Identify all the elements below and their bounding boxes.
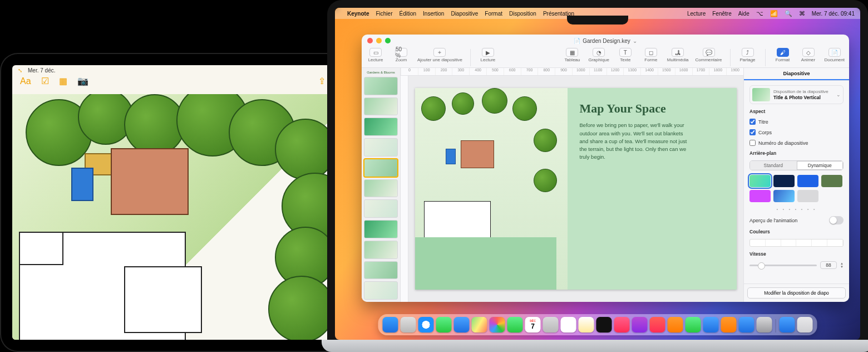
bg-swatch[interactable] [749,175,771,187]
slide-thumb[interactable] [364,118,398,136]
window-zoom-button[interactable] [385,38,391,43]
add-slide-button[interactable]: ＋Ajouter une diapositive [417,48,462,62]
slide-thumb[interactable] [364,220,398,238]
menu-aide[interactable]: Aide [738,11,749,17]
bg-swatch[interactable] [797,175,818,187]
bg-swatch[interactable] [797,190,818,202]
drawing-canvas[interactable] [12,94,341,340]
share-button[interactable]: ⇪ [318,76,326,86]
dock-podcasts[interactable] [632,317,648,333]
text-style-button[interactable]: Aa [20,76,31,86]
speed-value[interactable]: 88 [820,261,837,269]
control-center-icon[interactable]: ⌘ [799,10,805,17]
window-close-button[interactable] [367,38,373,43]
menu-format[interactable]: Format [485,11,502,17]
dock-tv[interactable] [596,317,612,333]
share-button[interactable]: ⤴Partage [738,48,757,62]
bg-swatch[interactable] [749,190,771,202]
slide-thumb[interactable] [364,199,398,218]
slide-thumb[interactable] [364,281,398,300]
slide-stage[interactable]: Map Your Space Before we bring pen to pa… [408,76,743,302]
dock-appstore[interactable] [739,317,754,333]
document-inspector-button[interactable]: 📄Document [825,48,845,62]
inspector-tab-slide[interactable]: Diapositive [744,68,849,80]
slide-thumb[interactable] [364,138,398,157]
menu-edition[interactable]: Édition [399,11,416,17]
background-mode-segment[interactable]: Standard Dynamique [749,160,844,170]
bg-swatch[interactable] [821,175,842,187]
menu-diapositive[interactable]: Diapositive [451,11,478,17]
text-button[interactable]: TTexte [616,48,635,62]
window-titlebar[interactable]: 📄 Garden Design.key ⌄ [362,35,849,47]
dock-finder[interactable] [383,317,398,333]
slide-thumb[interactable] [364,179,398,198]
anim-preview-toggle[interactable] [829,216,844,224]
checkbox-slide-number[interactable]: Numéro de diapositive [749,140,844,146]
slide-thumb[interactable] [364,77,398,95]
stepper-down[interactable]: ▼ [840,265,844,268]
checklist-button[interactable]: ☑ [41,76,49,86]
slide-navigator[interactable]: Gardens & Blooms [362,68,401,302]
menu-fichier[interactable]: Fichier [376,11,392,17]
table-button[interactable]: ▦ [59,76,67,86]
wifi-icon[interactable]: 📶 [770,10,778,17]
view-button[interactable]: ▭Lecture [366,48,385,62]
dock-launchpad[interactable] [401,317,416,333]
edit-layout-button[interactable]: Modifier la disposition de diapo [747,287,846,299]
dock-trash[interactable] [797,317,813,333]
menubar-datetime[interactable]: Mer. 7 déc. 09:41 [812,11,855,17]
slide-thumb-selected[interactable] [364,159,398,177]
dock-pages[interactable] [721,317,737,333]
menu-insertion[interactable]: Insertion [423,11,444,17]
dock-downloads[interactable] [780,317,795,333]
menu-lecture[interactable]: Lecture [687,11,706,17]
dock-photos[interactable] [490,317,505,333]
format-inspector-button[interactable]: 🖌Format [773,48,792,62]
slide-heading[interactable]: Map Your Space [580,101,724,116]
bg-swatch[interactable] [773,175,795,187]
camera-button[interactable]: 📷 [77,76,88,86]
dock-messages[interactable] [436,317,452,333]
checkbox-body[interactable]: Corps [749,129,844,135]
media-button[interactable]: 🏞Multimédia [667,48,689,62]
dock-facetime[interactable] [507,317,523,333]
slide-thumb[interactable] [364,261,398,280]
dock-numbers[interactable] [685,317,701,333]
bg-swatch[interactable] [773,190,795,202]
color-strip[interactable] [749,239,844,247]
dock-news[interactable] [650,317,665,333]
zoom-dropdown[interactable]: 50 %Zoom [392,48,411,62]
speed-slider[interactable] [749,265,817,266]
bluetooth-icon[interactable]: ⌥ [756,10,763,17]
dock-calendar[interactable]: DÉC7 [525,317,541,333]
slide-thumb[interactable] [364,241,398,259]
table-button[interactable]: ▦Tableau [563,48,581,62]
dock-notes[interactable] [579,317,594,333]
dock-safari[interactable] [418,317,434,333]
animate-inspector-button[interactable]: ◇Animer [799,48,818,62]
play-button[interactable]: ▶Lecture [479,48,497,62]
layout-picker[interactable]: Disposition de la diapositive Title & Ph… [749,85,844,104]
current-slide[interactable]: Map Your Space Before we bring pen to pa… [415,88,737,289]
dock-reminders[interactable] [561,317,576,333]
dock-contacts[interactable] [543,317,559,333]
window-minimize-button[interactable] [376,38,382,43]
app-menu[interactable]: Keynote [347,11,369,17]
spotlight-icon[interactable]: 🔍 [785,10,792,17]
seg-dynamic[interactable]: Dynamique [797,161,844,170]
dock-maps[interactable] [472,317,487,333]
chart-button[interactable]: ◔Graphique [588,48,609,62]
menu-fenetre[interactable]: Fenêtre [712,11,731,17]
slide-thumb[interactable] [364,97,398,116]
menu-disposition[interactable]: Disposition [509,11,536,17]
dock-keynote[interactable] [703,317,719,333]
dock-music[interactable] [614,317,630,333]
dock-mail[interactable] [454,317,470,333]
title-chevron-icon[interactable]: ⌄ [633,38,637,44]
shape-button[interactable]: ◻Forme [642,48,660,62]
slide-body[interactable]: Before we bring pen to paper, we'll walk… [580,121,691,161]
dock-books[interactable] [668,317,683,333]
comment-button[interactable]: 💬Commentaire [696,48,722,62]
seg-standard[interactable]: Standard [750,161,797,170]
dock-settings[interactable] [757,317,772,333]
